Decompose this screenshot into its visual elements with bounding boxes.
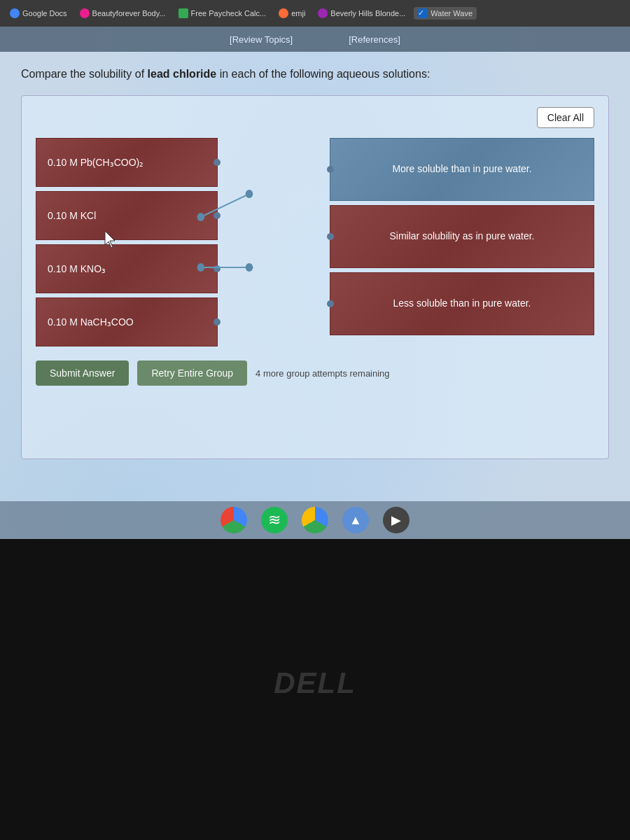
docs-icon[interactable]: ▲ bbox=[342, 507, 369, 533]
solutions-column: 0.10 M Pb(CH₃COO)₂ 0.10 M KCl 0.10 M KNO… bbox=[36, 138, 218, 346]
tab-beautyforever[interactable]: Beautyforever Body... bbox=[76, 7, 170, 20]
solution-dot-1 bbox=[214, 159, 220, 166]
answer-box-more-soluble[interactable]: More soluble than in pure water. bbox=[330, 138, 594, 201]
solution-dot-2 bbox=[214, 212, 220, 219]
navigation-bar: [Review Topics] [References] bbox=[0, 27, 630, 52]
solution-dot-4 bbox=[214, 318, 220, 326]
attempts-remaining: 4 more group attempts remaining bbox=[255, 368, 389, 379]
paycheck-icon bbox=[178, 8, 188, 18]
main-content-area: [Review Topics] [References] Compare the… bbox=[0, 27, 630, 840]
answer-dot-3 bbox=[327, 300, 334, 307]
submit-answer-button[interactable]: Submit Answer bbox=[36, 360, 129, 386]
tab-google-docs[interactable]: Google Docs bbox=[6, 7, 71, 20]
dell-watermark: DELL bbox=[274, 666, 356, 700]
browser-tab-bar: Google Docs Beautyforever Body... Free P… bbox=[0, 0, 630, 27]
answer-dot-1 bbox=[327, 166, 334, 173]
play-icon[interactable]: ▶ bbox=[383, 507, 410, 533]
retry-group-button[interactable]: Retry Entire Group bbox=[137, 360, 247, 386]
dark-bottom-area: DELL bbox=[0, 539, 630, 840]
solution-box-2[interactable]: 0.10 M KCl bbox=[36, 191, 218, 240]
chrome-icon[interactable] bbox=[220, 507, 247, 533]
solution-box-1[interactable]: 0.10 M Pb(CH₃COO)₂ bbox=[36, 138, 218, 187]
clear-all-button[interactable]: Clear All bbox=[537, 107, 594, 128]
spotify-icon[interactable]: ≋ bbox=[261, 507, 288, 533]
page-content: Compare the solubility of lead chloride … bbox=[0, 52, 630, 473]
solution-dot-3 bbox=[214, 265, 220, 272]
review-topics-link[interactable]: [Review Topics] bbox=[230, 34, 293, 45]
tab-water-wave[interactable]: ✓ Water Wave bbox=[414, 7, 477, 20]
drag-drop-area: 0.10 M Pb(CH₃COO)₂ 0.10 M KCl 0.10 M KNO… bbox=[36, 138, 594, 346]
answer-box-similar-solubility[interactable]: Similar solubility as in pure water. bbox=[330, 205, 594, 268]
tab-beverly[interactable]: Beverly Hills Blonde... bbox=[314, 7, 410, 20]
water-icon: ✓ bbox=[418, 8, 428, 18]
google-docs-icon bbox=[10, 8, 20, 18]
answer-box-less-soluble[interactable]: Less soluble than in pure water. bbox=[330, 272, 594, 335]
bottom-actions: Submit Answer Retry Entire Group 4 more … bbox=[36, 360, 594, 386]
references-link[interactable]: [References] bbox=[349, 34, 400, 45]
tab-paycheck[interactable]: Free Paycheck Calc... bbox=[174, 7, 271, 20]
question-text: Compare the solubility of lead chloride … bbox=[21, 66, 609, 83]
answers-column: More soluble than in pure water. Similar… bbox=[330, 138, 594, 335]
matching-card: Clear All 0.10 M Pb(CH₃COO)₂ 0.10 M KCl bbox=[21, 95, 609, 459]
beautyforever-icon bbox=[80, 8, 90, 18]
solution-box-3[interactable]: 0.10 M KNO₃ bbox=[36, 244, 218, 293]
answer-dot-2 bbox=[327, 233, 334, 240]
taskbar: ≋ ▲ ▶ bbox=[0, 501, 630, 539]
tab-emji[interactable]: emji bbox=[274, 7, 309, 20]
drive-icon[interactable] bbox=[302, 507, 328, 533]
beverly-icon bbox=[318, 8, 328, 18]
emji-icon bbox=[279, 8, 288, 18]
solution-box-4[interactable]: 0.10 M NaCH₃COO bbox=[36, 298, 218, 346]
